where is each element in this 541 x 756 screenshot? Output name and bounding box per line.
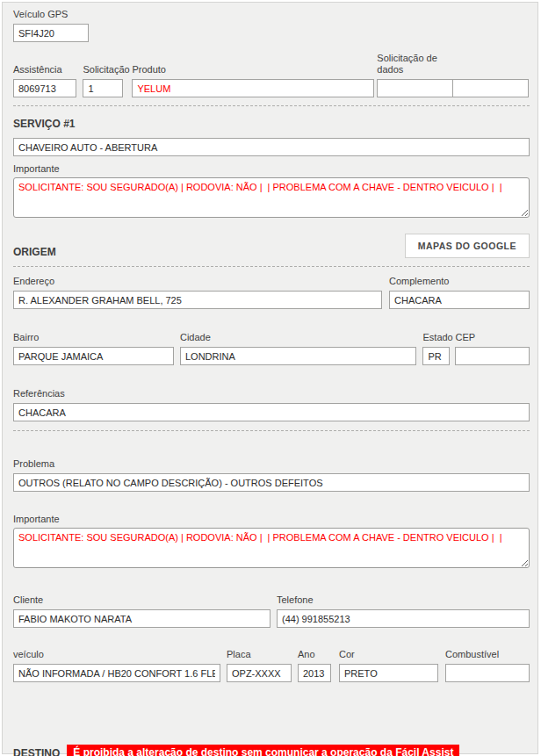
placa-input[interactable] <box>227 664 292 682</box>
ano-input[interactable] <box>298 664 331 682</box>
separator <box>13 430 530 431</box>
solicitacao-dados-input-1[interactable] <box>377 79 453 97</box>
cep-input[interactable] <box>455 347 530 365</box>
estado-input[interactable] <box>422 347 450 365</box>
google-maps-button[interactable]: MAPAS DO GOOGLE <box>405 234 530 258</box>
solicitacao-dados-input-2[interactable] <box>452 79 529 97</box>
assistencia-input[interactable] <box>13 79 76 97</box>
bairro-field-group: Bairro <box>13 332 174 365</box>
separator <box>13 105 530 106</box>
cep-label: CEP <box>455 332 530 343</box>
cep-field-group: CEP <box>455 332 530 365</box>
servico-input[interactable] <box>13 138 530 156</box>
veiculo-input[interactable] <box>13 664 220 682</box>
solicitacao-label: Solicitação <box>83 64 123 76</box>
destino-section-title: DESTINO <box>13 747 60 756</box>
estado-field-group: Estado <box>422 332 450 365</box>
servico-importante-textarea[interactable]: SOLICITANTE: SOU SEGURADO(A) | RODOVIA: … <box>13 177 530 218</box>
gps-label: Veículo GPS <box>13 9 89 20</box>
complemento-field-group: Complemento <box>389 276 530 309</box>
servico-section-title: SERVIÇO #1 <box>13 118 530 130</box>
origem-header-row: ORIGEM MAPAS DO GOOGLE <box>13 234 530 258</box>
ano-field-group: Ano <box>298 649 331 682</box>
cliente-input[interactable] <box>13 609 270 628</box>
referencias-label: Referências <box>13 388 530 400</box>
servico-importante-label: Importante <box>13 163 530 175</box>
combustivel-label: Combustível <box>445 649 530 660</box>
cliente-field-group: Cliente <box>13 594 270 628</box>
telefone-field-group: Telefone <box>277 594 530 628</box>
destino-warning-banner: É proibida a alteração de destino sem co… <box>67 745 459 756</box>
assistencia-label: Assistência <box>13 64 76 76</box>
address-row: Endereço Complemento <box>13 276 530 309</box>
solicitacao-dados-field-group: Solicitação de dados <box>377 53 530 97</box>
vehicle-row: veículo Placa Ano Cor Combustível <box>13 649 530 682</box>
cidade-label: Cidade <box>180 332 417 343</box>
origem-importante-label: Importante <box>13 514 530 525</box>
gps-input[interactable] <box>13 24 89 42</box>
complemento-label: Complemento <box>389 276 530 287</box>
separator <box>13 266 530 267</box>
combustivel-input[interactable] <box>445 664 530 682</box>
solicitacao-input[interactable] <box>83 79 123 97</box>
solicitacao-dados-inputs <box>377 79 530 97</box>
referencias-input[interactable] <box>13 403 530 421</box>
district-row: Bairro Cidade Estado CEP <box>13 332 530 365</box>
origem-importante-textarea[interactable]: SOLICITANTE: SOU SEGURADO(A) | RODOVIA: … <box>13 528 530 568</box>
gps-field-group: Veículo GPS <box>13 9 89 42</box>
produto-label: Produto <box>132 64 374 76</box>
bairro-input[interactable] <box>13 347 174 365</box>
produto-field-group: Produto <box>132 64 374 97</box>
solicitacao-dados-label: Solicitação de dados <box>377 53 458 76</box>
cor-field-group: Cor <box>339 649 438 682</box>
endereco-label: Endereço <box>13 276 382 287</box>
estado-label: Estado <box>422 332 450 343</box>
complemento-input[interactable] <box>389 291 530 309</box>
problema-label: Problema <box>13 458 530 470</box>
cor-input[interactable] <box>339 664 438 682</box>
cidade-input[interactable] <box>180 347 417 365</box>
bairro-label: Bairro <box>13 332 174 343</box>
produto-input[interactable] <box>132 79 374 97</box>
veiculo-field-group: veículo <box>13 649 220 682</box>
cidade-field-group: Cidade <box>180 332 417 365</box>
assistencia-field-group: Assistência <box>13 64 76 97</box>
problema-input[interactable] <box>13 473 530 492</box>
client-row: Cliente Telefone <box>13 594 530 628</box>
placa-field-group: Placa <box>227 649 292 682</box>
cliente-label: Cliente <box>13 594 270 606</box>
placa-label: Placa <box>227 649 292 660</box>
endereco-input[interactable] <box>13 291 382 309</box>
cor-label: Cor <box>339 649 438 660</box>
solicitacao-field-group: Solicitação <box>83 64 123 97</box>
ano-label: Ano <box>298 649 331 660</box>
veiculo-label: veículo <box>13 649 220 660</box>
telefone-label: Telefone <box>277 594 530 606</box>
assistance-row: Assistência Solicitação Produto Solicita… <box>13 53 530 97</box>
combustivel-field-group: Combustível <box>445 649 530 682</box>
origem-section-title: ORIGEM <box>13 246 56 258</box>
telefone-input[interactable] <box>277 609 530 628</box>
endereco-field-group: Endereço <box>13 276 382 309</box>
destino-header-row: DESTINO É proibida a alteração de destin… <box>13 745 530 756</box>
assistance-form-panel: Veículo GPS Assistência Solicitação Prod… <box>2 2 538 754</box>
